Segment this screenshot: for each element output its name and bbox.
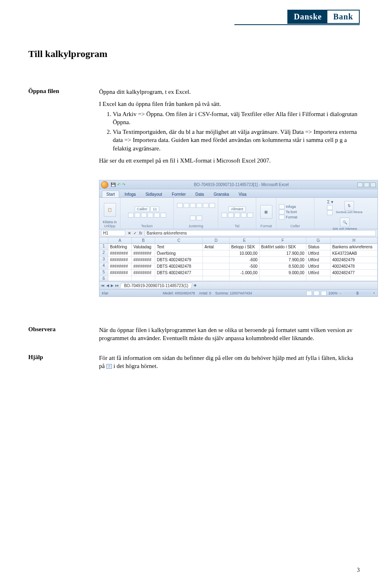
align-center-button[interactable] xyxy=(209,203,215,208)
help-icon[interactable]: ? xyxy=(106,364,112,369)
zoom-in-icon[interactable]: + xyxy=(373,291,375,295)
sort-filter-button[interactable]: ⇅ xyxy=(344,201,354,211)
align-right-button[interactable] xyxy=(190,216,196,220)
align-left-button[interactable] xyxy=(203,203,209,208)
col-B[interactable]: B xyxy=(132,237,155,243)
number-format-select[interactable]: Allmänt xyxy=(228,206,245,212)
cell[interactable]: Utförd xyxy=(306,257,331,263)
formula-input[interactable]: Bankens arkivreferens xyxy=(145,230,376,236)
format-as-table-button[interactable]: ▦ xyxy=(260,205,272,219)
row-num-6[interactable]: 6 xyxy=(99,276,108,281)
sheet-nav-prev-icon[interactable]: ◀ xyxy=(106,283,109,288)
select-all-corner[interactable] xyxy=(99,237,108,243)
cell[interactable] xyxy=(203,250,230,256)
tab-visa[interactable]: Visa xyxy=(234,190,251,197)
indent-button[interactable] xyxy=(196,216,202,220)
col-C[interactable]: C xyxy=(155,237,203,243)
sheet-nav-last-icon[interactable]: ⏭ xyxy=(115,283,119,288)
col-H[interactable]: H xyxy=(331,237,377,243)
new-sheet-icon[interactable]: ✚ xyxy=(194,283,197,288)
cell[interactable]: 9.000,00 xyxy=(259,270,306,276)
format-cells-button[interactable] xyxy=(279,215,285,220)
cell[interactable]: ######## xyxy=(108,263,132,269)
cell[interactable]: 4002482478 xyxy=(331,263,377,269)
cell[interactable] xyxy=(203,257,230,263)
percent-button[interactable] xyxy=(228,213,234,218)
cell[interactable]: Utförd xyxy=(306,263,331,269)
maximize-icon[interactable] xyxy=(364,182,369,187)
cell[interactable]: ######## xyxy=(132,257,155,263)
cell[interactable]: ######## xyxy=(132,263,155,269)
hdr-belopp[interactable]: Belopp i SEK xyxy=(230,244,259,250)
cell[interactable]: ######## xyxy=(108,250,132,256)
tab-formler[interactable]: Formler xyxy=(167,190,190,197)
tab-granska[interactable]: Granska xyxy=(209,190,234,197)
cell[interactable]: ######## xyxy=(132,250,155,256)
sheet-nav-first-icon[interactable]: ⏮ xyxy=(101,283,105,288)
cell[interactable]: ######## xyxy=(132,270,155,276)
sheet-tab-1[interactable]: BO-704919-20090710-11485723(1) xyxy=(120,283,193,288)
tab-data[interactable]: Data xyxy=(191,190,209,197)
row-num[interactable]: 2 xyxy=(99,250,108,256)
cell[interactable]: -1.000,00 xyxy=(230,270,259,276)
cell[interactable]: 10.000,00 xyxy=(230,250,259,256)
cell[interactable]: DBTS 4002482478 xyxy=(155,263,203,269)
cell[interactable]: 7.900,00 xyxy=(259,257,306,263)
col-D[interactable]: D xyxy=(203,237,230,243)
hdr-antal[interactable]: Antal xyxy=(203,244,230,250)
hdr-arkivref[interactable]: Bankens arkivreferens xyxy=(331,244,377,250)
hdr-status[interactable]: Status xyxy=(306,244,331,250)
comma-button[interactable] xyxy=(234,213,240,218)
fx-icon[interactable]: fx xyxy=(139,231,142,235)
paste-button[interactable]: 📋 xyxy=(104,203,116,217)
cell[interactable]: ######## xyxy=(108,270,132,276)
find-select-button[interactable]: 🔍 xyxy=(340,218,350,227)
col-F[interactable]: F xyxy=(259,237,306,243)
row-num[interactable]: 3 xyxy=(99,257,108,263)
redo-icon[interactable]: ↷ xyxy=(122,182,125,187)
col-A[interactable]: A xyxy=(108,237,132,243)
close-icon[interactable] xyxy=(370,182,376,187)
font-name-select[interactable]: Calibri xyxy=(135,206,150,212)
zoom-slider[interactable] xyxy=(343,292,371,294)
dec-decimal-button[interactable] xyxy=(247,213,253,218)
save-icon[interactable]: 💾 xyxy=(111,182,116,187)
window-controls[interactable] xyxy=(357,182,376,187)
cell[interactable]: Överföring xyxy=(155,250,203,256)
delete-cells-button[interactable] xyxy=(279,209,285,214)
hdr-valutadag[interactable]: Valutadag xyxy=(132,244,155,250)
align-bottom-button[interactable] xyxy=(190,203,196,208)
fill-color-button[interactable] xyxy=(154,213,160,218)
underline-button[interactable] xyxy=(141,213,147,218)
row-num[interactable]: 4 xyxy=(99,263,108,269)
bold-button[interactable] xyxy=(128,213,134,218)
currency-button[interactable] xyxy=(221,213,227,218)
font-size-select[interactable]: 11 xyxy=(150,206,159,212)
enter-formula-icon[interactable]: ✓ xyxy=(133,231,137,235)
cell[interactable]: ######## xyxy=(108,257,132,263)
insert-cells-button[interactable] xyxy=(279,204,285,209)
cell[interactable]: 17.900,00 xyxy=(259,250,306,256)
border-button[interactable] xyxy=(148,213,153,218)
hdr-bokforing[interactable]: Bokföring xyxy=(108,244,132,250)
zoom-out-icon[interactable]: − xyxy=(339,291,341,295)
cell[interactable]: Utförd xyxy=(306,250,331,256)
view-normal-icon[interactable] xyxy=(306,291,312,296)
quick-access-toolbar[interactable]: 💾 ↶ ↷ xyxy=(111,182,125,187)
italic-button[interactable] xyxy=(135,213,140,218)
undo-icon[interactable]: ↶ xyxy=(117,182,120,187)
cell[interactable]: 8.500,00 xyxy=(259,263,306,269)
clear-button[interactable] xyxy=(327,210,333,215)
align-top-button[interactable] xyxy=(177,203,183,208)
name-box[interactable]: H1 xyxy=(101,230,125,236)
cell[interactable]: DBTS 4002482477 xyxy=(155,270,203,276)
align-middle-button[interactable] xyxy=(183,203,189,208)
hdr-text[interactable]: Text xyxy=(155,244,203,250)
cell[interactable]: -500 xyxy=(230,263,259,269)
minimize-icon[interactable] xyxy=(357,182,363,187)
hdr-saldo[interactable]: Bokfört saldo i SEK xyxy=(259,244,306,250)
view-break-icon[interactable] xyxy=(321,291,327,296)
fill-button[interactable] xyxy=(327,205,333,210)
cell[interactable]: KE43723AAB xyxy=(331,250,377,256)
cell[interactable] xyxy=(203,270,230,276)
